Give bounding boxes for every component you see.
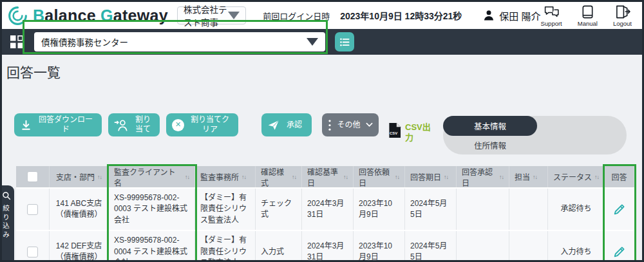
column-header-format[interactable]: 確認様式↑↓ [256, 166, 302, 187]
last-login-label: 前回ログイン日時 [263, 10, 330, 22]
sort-icon[interactable]: ↑↓ [242, 174, 246, 180]
sort-icon[interactable]: ↑↓ [343, 174, 348, 180]
top-bar: BalanceGateway 株式会社テスト商事 前回ログイン日時 2023年1… [2, 2, 642, 29]
sort-icon[interactable]: ↑↓ [594, 174, 599, 180]
column-header-approval-date[interactable]: 回答承認日↑↓ [457, 166, 509, 187]
manual-book-icon [579, 5, 596, 19]
cell-status: 承認待ち [548, 189, 605, 230]
cell-office: 【ダミー】有限責任シリウス監査法人 [195, 189, 256, 230]
edit-answer-icon[interactable] [612, 202, 627, 216]
logout-door-icon [614, 5, 631, 19]
company-selector[interactable]: 株式会社テスト商事 [177, 6, 246, 24]
brand: BalanceGateway [7, 5, 168, 26]
cell-status: 入力待ち [548, 231, 605, 262]
cell-office: 【ダミー】有限責任シリウス監査法人 [195, 231, 256, 262]
user-name: 保田 陽介 [499, 9, 540, 23]
cell-request-date: 2023年10月9日 [354, 189, 405, 230]
list-icon [339, 37, 350, 48]
svg-text:CSV: CSV [390, 131, 397, 135]
caret-down-icon [307, 38, 318, 46]
assign-button[interactable]: 割り当て [108, 113, 160, 136]
search-icon [2, 191, 11, 200]
user-info[interactable]: 保田 陽介 [482, 9, 540, 23]
cell-format: チェック式 [256, 189, 302, 230]
column-header-staff[interactable]: 担当↑↓ [509, 166, 548, 187]
cell-approval-date [457, 231, 509, 262]
balance-gateway-logo-icon [7, 5, 28, 26]
column-header-office[interactable]: 監査事務所↑↓ [195, 166, 256, 187]
section-selector[interactable]: 債権債務事務センター [34, 32, 325, 51]
answer-download-button[interactable]: 回答ダウンロード [14, 113, 102, 136]
cell-branch: 142 DEF支店 （債権債務） [50, 231, 109, 262]
sort-icon[interactable]: ↑↓ [444, 174, 448, 180]
app-window: BalanceGateway 株式会社テスト商事 前回ログイン日時 2023年1… [0, 0, 644, 262]
assign-person-icon [114, 118, 129, 132]
sort-icon[interactable]: ↑↓ [292, 174, 296, 180]
column-header-request-date[interactable]: 回答依頼日↑↓ [354, 166, 405, 187]
csv-export-label: CSV出力 [405, 122, 437, 144]
assign-clear-button[interactable]: ✕ 割り当てクリア [166, 113, 238, 136]
toolbar: 回答ダウンロード 割り当て ✕ 割り当てクリア 承認 [14, 113, 642, 154]
support-label: Support [540, 20, 562, 27]
column-header-base-date[interactable]: 確認基準日↑↓ [302, 166, 354, 187]
sort-icon[interactable]: ↑↓ [533, 174, 537, 180]
manual-button[interactable]: Manual [578, 5, 598, 27]
sort-icon[interactable]: ↑↓ [185, 174, 189, 180]
manual-label: Manual [578, 20, 598, 27]
tab-basic-info[interactable]: 基本情報 [443, 116, 537, 136]
table-row: 141 ABC支店 （債権債務） XS-99995678-002-0003 テス… [16, 187, 634, 230]
info-tab-group: 基本情報 住所情報 [443, 116, 627, 154]
cell-client: XS-99995678-002-0003 テスト建設株式会社 [109, 189, 195, 230]
approve-button[interactable]: 承認 [261, 113, 312, 136]
chevron-down-icon [366, 122, 373, 127]
logout-label: Logout [613, 20, 632, 27]
csv-export-button[interactable]: CSV CSV出力 [388, 122, 437, 144]
cell-due-date: 2024年5月5日 [405, 189, 457, 230]
cell-branch: 141 ABC支店 （債権債務） [50, 189, 109, 230]
filter-panel-tab[interactable]: 絞り込み [0, 185, 14, 260]
caret-down-icon [228, 12, 240, 19]
filter-tab-label: 絞り込み [1, 205, 11, 239]
support-button[interactable]: Support [540, 5, 562, 27]
support-chat-icon [543, 5, 560, 19]
main-area: 回答一覧 回答ダウンロード 割り当て ✕ 割り当てクリア [2, 62, 642, 262]
cell-approval-date [457, 189, 509, 230]
sort-icon[interactable]: ↑↓ [97, 174, 102, 180]
sort-icon[interactable]: ↑↓ [395, 174, 399, 180]
select-all-checkbox[interactable] [27, 171, 38, 182]
clear-x-icon: ✕ [172, 119, 184, 131]
cell-request-date: 2023年10月9日 [354, 231, 405, 262]
other-menu-button[interactable]: その他 [322, 113, 379, 136]
column-header-select-all [16, 166, 50, 187]
column-header-client[interactable]: 監査クライアント名↑↓ [109, 166, 195, 187]
cell-due-date: 2024年5月5日 [405, 231, 457, 262]
column-header-answer: 回答 [605, 166, 634, 187]
apps-grid-icon[interactable] [10, 35, 24, 49]
page-title: 回答一覧 [6, 62, 642, 81]
row-checkbox[interactable] [27, 204, 38, 215]
table-row: 142 DEF支店 （債権債務） XS-99995678-002-0004 テス… [16, 230, 634, 262]
column-header-status[interactable]: ステータス↑↓ [548, 166, 605, 187]
logout-button[interactable]: Logout [613, 5, 632, 27]
kebab-dots-icon [328, 119, 332, 131]
download-icon [20, 119, 32, 131]
cell-base-date: 2024年3月31日 [302, 231, 354, 262]
csv-file-icon: CSV [388, 122, 401, 138]
section-selector-value: 債権債務事務センター [41, 35, 128, 48]
edit-answer-icon[interactable] [612, 245, 627, 259]
tab-address-info[interactable]: 住所情報 [443, 139, 537, 151]
last-login-value: 2023年10月9日 12時33分21秒 [340, 9, 462, 22]
row-checkbox[interactable] [27, 247, 38, 257]
brand-title: BalanceGateway [33, 6, 168, 25]
paper-plane-icon [267, 119, 279, 131]
cell-format: 入力式 [256, 231, 302, 262]
nav-bar: 債権債務事務センター [2, 29, 642, 55]
list-menu-button[interactable] [335, 32, 354, 51]
cell-staff [509, 189, 548, 230]
sort-icon[interactable]: ↑↓ [499, 174, 504, 180]
user-icon [482, 9, 495, 22]
cell-staff [509, 231, 548, 262]
column-header-due-date[interactable]: 回答期日↑↓ [405, 166, 457, 187]
cell-base-date: 2024年3月31日 [302, 189, 354, 230]
column-header-branch[interactable]: 支店・部門↑↓ [50, 166, 109, 187]
